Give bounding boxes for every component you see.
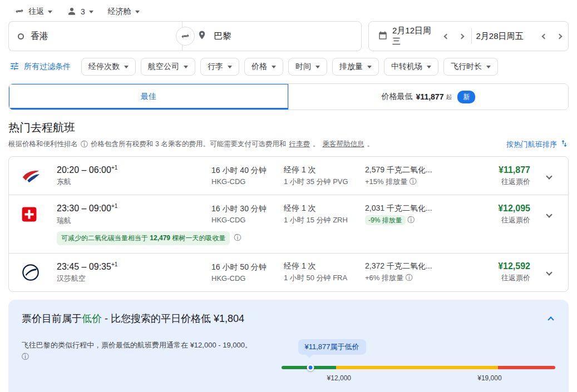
tab-cheapest[interactable]: 价格最低 ¥11,877 起 新	[288, 84, 568, 110]
person-icon	[67, 6, 77, 18]
chevron-down-icon	[272, 66, 276, 68]
calendar-icon	[378, 31, 388, 42]
price-note: 价格包含所有税费和 3 名乘客的费用。可能需要支付可选费用和	[91, 140, 286, 149]
price-cell: ¥11,877 往返票价	[486, 165, 534, 187]
price-cell: ¥12,592 往返票价	[486, 261, 534, 283]
destination-value: 巴黎	[214, 31, 231, 42]
high-price-label: ¥19,000	[477, 374, 501, 382]
passenger-assist-link[interactable]: 乘客帮助信息	[322, 140, 364, 149]
chevron-down-icon	[367, 66, 372, 68]
filter-chip-connecting-airports[interactable]: 中转机场	[384, 58, 438, 76]
sort-by-top-flights-button[interactable]: 按热门航班排序	[506, 139, 569, 150]
times-cell: 23:30 – 09:00+1 瑞航	[57, 203, 211, 225]
date-divider	[471, 28, 472, 44]
current-price-marker[interactable]	[307, 364, 314, 371]
expand-flight-button[interactable]	[547, 172, 551, 180]
emissions-delta: +6% 排放量	[365, 274, 403, 282]
filters-bar: 所有过滤条件 经停次数 航空公司 行李 价格 时间 排放量 中转机场 飞行时长	[0, 58, 577, 76]
airline-name: 瑞航	[57, 216, 211, 226]
filter-chip-airlines[interactable]: 航空公司	[141, 58, 195, 76]
current-price-tooltip: ¥11,877属于低价	[298, 339, 366, 355]
all-filters-label: 所有过滤条件	[24, 62, 71, 72]
filter-chip-duration[interactable]: 飞行时长	[443, 58, 498, 76]
price-label: 往返票价	[486, 177, 530, 187]
next-depart-date-button[interactable]	[456, 31, 467, 42]
filter-chip-emissions[interactable]: 排放量	[332, 58, 379, 76]
stops-cell: 经停 1 次 1 小时 15 分钟 ZRH	[284, 204, 365, 225]
passengers-count: 3	[81, 7, 85, 16]
results-meta: 根据价格和便利性排名 ⓘ 价格包含所有税费和 3 名乘客的费用。可能需要支付可选…	[8, 140, 374, 150]
results-tabs: 最佳 价格最低 ¥11,877 起 新	[8, 83, 569, 110]
price-label: 往返票价	[486, 273, 530, 283]
swap-icon	[180, 31, 190, 41]
location-pin-icon	[197, 30, 207, 42]
origin-field[interactable]: 香港	[8, 21, 182, 51]
cabin-class-selector[interactable]: 经济舱	[105, 4, 143, 19]
info-icon[interactable]: ⓘ	[410, 177, 417, 186]
tab-best-label: 最佳	[141, 92, 156, 102]
info-icon[interactable]: ⓘ	[81, 140, 88, 150]
emissions-cell: 2,579 千克二氧化... +15% 排放量 ⓘ	[365, 165, 486, 187]
price-range-track	[282, 366, 555, 369]
low-price-highlight: 低价	[82, 313, 102, 324]
duration-cell: 16 小时 40 分钟 HKG-CDG	[211, 166, 284, 186]
filter-chip-times[interactable]: 时间	[288, 58, 327, 76]
route: HKG-CDG	[211, 177, 284, 186]
prev-depart-date-button[interactable]	[441, 31, 452, 42]
search-bar: 香港 巴黎 2月12日周三 2月28日周五	[0, 19, 577, 51]
flight-row[interactable]: 20:20 – 06:00+1 东航 16 小时 40 分钟 HKG-CDG 经…	[9, 157, 568, 195]
baggage-fees-link[interactable]: 行李费	[289, 140, 310, 149]
info-icon[interactable]: ⓘ	[22, 353, 29, 361]
all-filters-button[interactable]: 所有过滤条件	[8, 61, 76, 73]
info-icon[interactable]: ⓘ	[234, 233, 241, 243]
high-price-segment	[498, 366, 555, 369]
filter-chip-price[interactable]: 价格	[244, 58, 283, 76]
expand-flight-button[interactable]	[547, 210, 551, 219]
filter-chip-stops[interactable]: 经停次数	[81, 58, 136, 76]
prev-return-date-button[interactable]	[539, 31, 550, 42]
filter-chip-bags[interactable]: 行李	[200, 58, 239, 76]
lufthansa-logo	[21, 263, 57, 282]
page-title: 热门去程航班	[8, 120, 569, 135]
rank-note: 根据价格和便利性排名	[8, 140, 78, 149]
expand-flight-button[interactable]	[547, 268, 551, 276]
origin-circle-icon	[18, 33, 24, 39]
times-cell: 20:20 – 06:00+1 东航	[57, 165, 211, 187]
chevron-down-icon	[184, 66, 188, 68]
passengers-selector[interactable]: 3	[63, 4, 97, 20]
tab-cheapest-label: 价格最低	[382, 92, 413, 102]
collapse-panel-button[interactable]	[546, 312, 555, 327]
top-controls: 往返 3 经济舱	[0, 0, 577, 19]
duration-cell: 16 小时 30 分钟 HKG-CDG	[211, 204, 284, 224]
chevron-down-icon	[315, 66, 320, 68]
layover: 1 小时 15 分钟 ZRH	[284, 215, 365, 225]
location-fields: 香港 巴黎	[8, 21, 362, 51]
info-icon[interactable]: ⓘ	[407, 216, 415, 224]
low-price-label: ¥12,000	[327, 374, 351, 382]
next-return-date-button[interactable]	[554, 31, 565, 42]
tab-best[interactable]: 最佳	[9, 84, 288, 110]
chevron-down-icon	[89, 11, 93, 13]
swiss-logo	[21, 206, 57, 222]
emissions-cell: 2,372 千克二氧化... +6% 排放量 ⓘ	[365, 261, 486, 283]
return-date-value: 2月28日周五	[476, 31, 524, 42]
filter-sliders-icon	[9, 61, 19, 73]
info-icon[interactable]: ⓘ	[406, 274, 413, 282]
china-eastern-logo	[21, 166, 57, 185]
typical-price-segment	[336, 366, 497, 369]
plus-days: +1	[111, 203, 117, 209]
plus-days: +1	[111, 165, 117, 171]
trip-type-selector[interactable]: 往返	[11, 4, 56, 20]
flight-row[interactable]: 23:30 – 09:00+1 瑞航 16 小时 30 分钟 HKG-CDG 经…	[9, 195, 568, 252]
cabin-class-label: 经济舱	[108, 7, 131, 17]
destination-field[interactable]: 巴黎	[182, 21, 362, 51]
airline-name: 东航	[57, 177, 211, 187]
return-date-field[interactable]: 2月28日周五	[476, 31, 565, 42]
flight-row[interactable]: 23:45 – 09:35+1 汉莎航空 16 小时 50 分钟 HKG-CDG…	[9, 253, 568, 291]
chevron-down-icon	[124, 66, 129, 68]
depart-date-field[interactable]: 2月12日周三	[378, 26, 467, 47]
tab-cheapest-price: ¥11,877	[416, 92, 444, 101]
swap-locations-button[interactable]	[176, 27, 195, 46]
round-trip-icon	[14, 6, 24, 18]
price-history-slider: ¥11,877属于低价 ¥12,000 ¥19,000	[282, 339, 555, 384]
